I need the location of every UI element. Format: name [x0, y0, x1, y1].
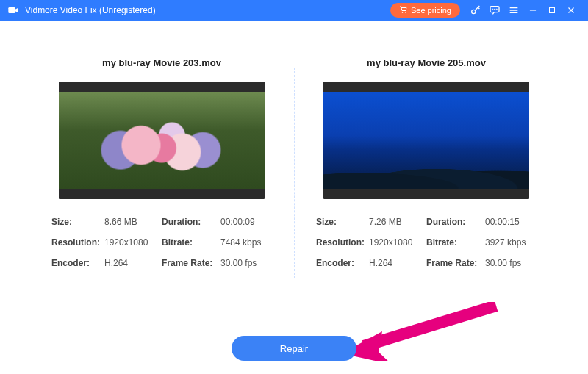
meta-label: Encoder: — [51, 258, 104, 268]
meta-value: H.264 — [369, 258, 426, 268]
cart-icon — [399, 5, 408, 15]
meta-value: 1920x1080 — [369, 237, 426, 248]
meta-label: Frame Rate: — [426, 258, 485, 268]
meta-value: H.264 — [104, 258, 162, 268]
meta-label: Size: — [316, 217, 369, 227]
app-title: Vidmore Video Fix (Unregistered) — [25, 5, 156, 15]
meta-label: Bitrate: — [162, 237, 220, 248]
meta-label: Resolution: — [51, 237, 104, 248]
footer: Repair — [0, 336, 588, 361]
meta-value: 1920x1080 — [104, 237, 162, 248]
svg-rect-8 — [550, 8, 555, 13]
meta-value: 3927 kbps — [485, 237, 526, 248]
svg-point-3 — [472, 10, 476, 13]
meta-value: 7484 kbps — [220, 237, 261, 248]
svg-point-7 — [496, 9, 497, 10]
see-pricing-label: See pricing — [411, 6, 451, 15]
meta-label: Resolution: — [316, 237, 369, 248]
right-video-thumbnail[interactable] — [323, 82, 529, 199]
left-filename: my blu-ray Movie 203.mov — [102, 57, 221, 68]
meta-label: Duration: — [162, 217, 220, 227]
meta-label: Size: — [51, 217, 104, 227]
meta-label: Encoder: — [316, 258, 369, 268]
svg-point-2 — [405, 12, 406, 13]
meta-value: 00:00:09 — [220, 217, 255, 227]
left-video-thumbnail[interactable] — [59, 82, 265, 199]
meta-value: 7.26 MB — [369, 217, 426, 227]
app-logo-icon — [7, 4, 19, 16]
main-content: my blu-ray Movie 203.mov Size: 8.66 MB D… — [0, 21, 588, 374]
meta-label: Frame Rate: — [162, 258, 220, 268]
meta-value: 00:00:15 — [485, 217, 520, 227]
svg-point-5 — [492, 9, 493, 10]
right-video-pane: my blu-ray Movie 205.mov Size: 7.26 MB D… — [309, 57, 544, 374]
left-video-pane: my blu-ray Movie 203.mov Size: 8.66 MB D… — [44, 57, 279, 374]
right-filename: my blu-ray Movie 205.mov — [367, 57, 486, 68]
menu-icon[interactable] — [504, 0, 523, 21]
minimize-icon[interactable] — [523, 0, 542, 21]
feedback-icon[interactable] — [485, 0, 504, 21]
meta-label: Duration: — [426, 217, 485, 227]
close-icon[interactable] — [562, 0, 581, 21]
repair-button[interactable]: Repair — [232, 336, 356, 361]
svg-rect-0 — [8, 7, 15, 13]
meta-value: 8.66 MB — [104, 217, 162, 227]
left-metadata: Size: 8.66 MB Duration: 00:00:09 Resolut… — [51, 217, 272, 278]
svg-point-1 — [402, 12, 403, 13]
vertical-divider — [294, 68, 295, 278]
maximize-icon[interactable] — [542, 0, 562, 21]
see-pricing-button[interactable]: See pricing — [390, 3, 460, 18]
svg-point-6 — [495, 9, 495, 10]
meta-label: Bitrate: — [426, 237, 485, 248]
key-icon[interactable] — [466, 0, 485, 21]
right-metadata: Size: 7.26 MB Duration: 00:00:15 Resolut… — [316, 217, 537, 278]
meta-value: 30.00 fps — [220, 258, 257, 268]
titlebar: Vidmore Video Fix (Unregistered) See pri… — [0, 0, 588, 21]
meta-value: 30.00 fps — [485, 258, 521, 268]
